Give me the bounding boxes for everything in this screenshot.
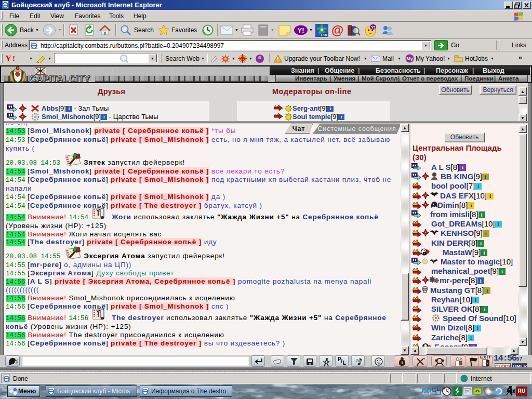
svg-text:Y: Y — [5, 54, 11, 63]
svg-text:!: ! — [12, 55, 15, 63]
svg-text:Y!: Y! — [298, 26, 304, 34]
svg-text:!: ! — [277, 57, 278, 62]
svg-text:My: My — [406, 56, 413, 61]
svg-text:Y!: Y! — [371, 25, 375, 30]
svg-text:PRO: PRO — [321, 33, 328, 37]
